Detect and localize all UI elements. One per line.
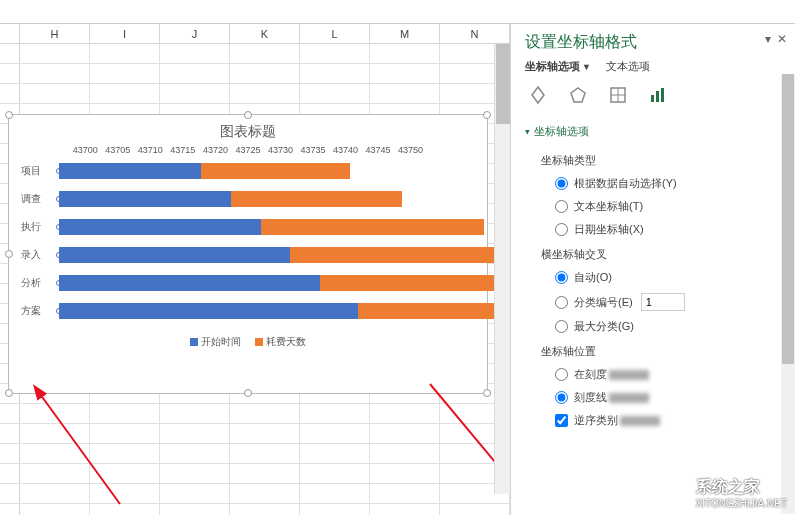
radio-cross-max[interactable]: 最大分类(G)	[541, 315, 781, 338]
watermark-url: XITONGZHIJIA.NET	[696, 498, 788, 509]
radio-label: 在刻度	[574, 367, 607, 382]
resize-handle[interactable]	[244, 111, 252, 119]
bar-series1[interactable]	[59, 191, 231, 207]
radio-input[interactable]	[555, 296, 568, 309]
radio-label: 文本坐标轴(T)	[574, 199, 643, 214]
legend-label: 耗费天数	[266, 336, 306, 347]
resize-handle[interactable]	[244, 389, 252, 397]
col-header[interactable]: H	[20, 24, 90, 43]
dropdown-icon[interactable]: ▾	[765, 32, 771, 46]
bar-series2[interactable]	[358, 303, 510, 319]
blurred-text	[609, 370, 649, 380]
scroll-thumb[interactable]	[496, 44, 510, 124]
radio-label: 刻度线	[574, 390, 607, 405]
panel-icon-row	[511, 82, 795, 118]
radio-input[interactable]	[555, 223, 568, 236]
vertical-scrollbar[interactable]	[494, 44, 510, 494]
chart[interactable]: 图表标题 43700437054371043715437204372543730…	[8, 114, 488, 394]
svg-marker-2	[571, 88, 585, 102]
bar-series1[interactable]	[59, 303, 358, 319]
radio-text-axis[interactable]: 文本坐标轴(T)	[541, 195, 781, 218]
category-number-input[interactable]	[641, 293, 685, 311]
label-position: 坐标轴位置	[541, 338, 781, 363]
col-header[interactable]: I	[90, 24, 160, 43]
category-label[interactable]: 分析	[19, 276, 59, 290]
category-label[interactable]: 录入	[19, 248, 59, 262]
axis-icon[interactable]	[645, 82, 671, 108]
legend[interactable]: 开始时间 耗费天数	[9, 327, 487, 357]
legend-item[interactable]: 开始时间	[190, 335, 241, 349]
select-all-corner[interactable]	[0, 24, 20, 43]
formula-bar[interactable]	[0, 0, 795, 24]
col-header[interactable]: M	[370, 24, 440, 43]
spreadsheet-area: H I J K L M N 图表标题 437004370543710437154…	[0, 24, 510, 515]
radio-label: 分类编号(E)	[574, 295, 633, 310]
watermark-brand: 系统之家	[696, 477, 788, 498]
chart-title[interactable]: 图表标题	[9, 115, 487, 145]
legend-label: 开始时间	[201, 336, 241, 347]
section-axis-options[interactable]: 坐标轴选项	[525, 118, 781, 145]
panel-body: 坐标轴选项 坐标轴类型 根据数据自动选择(Y) 文本坐标轴(T) 日期坐标轴(X…	[511, 118, 795, 478]
category-label[interactable]: 方案	[19, 304, 59, 318]
col-header[interactable]: L	[300, 24, 370, 43]
check-label: 逆序类别	[574, 413, 618, 428]
fill-icon[interactable]	[525, 82, 551, 108]
effects-icon[interactable]	[565, 82, 591, 108]
panel-tabs: 坐标轴选项▼ 文本选项	[511, 59, 795, 82]
category-label[interactable]: 项目	[19, 164, 59, 178]
panel-controls: ▾ ✕	[765, 32, 787, 46]
bar-series2[interactable]	[261, 219, 485, 235]
label-cross: 横坐标轴交叉	[541, 241, 781, 266]
radio-input[interactable]	[555, 320, 568, 333]
radio-auto-select[interactable]: 根据数据自动选择(Y)	[541, 172, 781, 195]
bar-series1[interactable]	[59, 163, 201, 179]
bar-series2[interactable]	[231, 191, 403, 207]
radio-input[interactable]	[555, 271, 568, 284]
checkbox-input[interactable]	[555, 414, 568, 427]
scroll-thumb[interactable]	[782, 74, 794, 364]
radio-input[interactable]	[555, 391, 568, 404]
col-header[interactable]: N	[440, 24, 510, 43]
resize-handle[interactable]	[5, 111, 13, 119]
bar-series2[interactable]	[320, 275, 510, 291]
radio-between-tick[interactable]: 刻度线	[541, 386, 781, 409]
radio-input[interactable]	[555, 368, 568, 381]
column-headers: H I J K L M N	[0, 24, 510, 44]
legend-item[interactable]: 耗费天数	[255, 335, 306, 349]
radio-label: 日期坐标轴(X)	[574, 222, 644, 237]
col-header[interactable]: J	[160, 24, 230, 43]
radio-label: 自动(O)	[574, 270, 612, 285]
label-axis-type: 坐标轴类型	[541, 147, 781, 172]
tab-text-options[interactable]: 文本选项	[606, 59, 650, 74]
check-reverse-order[interactable]: 逆序类别	[541, 409, 781, 432]
x-axis[interactable]: 4370043705437104371543720437254373043735…	[9, 145, 487, 155]
size-icon[interactable]	[605, 82, 631, 108]
category-label[interactable]: 调查	[19, 192, 59, 206]
radio-cross-category[interactable]: 分类编号(E)	[541, 289, 781, 315]
watermark: 系统之家 XITONGZHIJIA.NET	[696, 477, 788, 509]
resize-handle[interactable]	[5, 250, 13, 258]
close-icon[interactable]: ✕	[777, 32, 787, 46]
radio-on-tick[interactable]: 在刻度	[541, 363, 781, 386]
blurred-text	[609, 393, 649, 403]
svg-rect-8	[661, 88, 664, 102]
format-axis-panel: ▾ ✕ 设置坐标轴格式 坐标轴选项▼ 文本选项 坐标轴选项 坐标轴类型 根据数据…	[510, 24, 795, 515]
resize-handle[interactable]	[483, 111, 491, 119]
resize-handle[interactable]	[5, 389, 13, 397]
bar-series2[interactable]	[201, 163, 350, 179]
plot-area[interactable]: 项目调查执行录入分析方案	[9, 155, 487, 323]
resize-handle[interactable]	[483, 389, 491, 397]
col-header[interactable]: K	[230, 24, 300, 43]
radio-input[interactable]	[555, 200, 568, 213]
panel-scrollbar[interactable]	[781, 74, 795, 514]
bar-series2[interactable]	[290, 247, 510, 263]
bar-series1[interactable]	[59, 247, 290, 263]
radio-input[interactable]	[555, 177, 568, 190]
tab-axis-options[interactable]: 坐标轴选项▼	[525, 59, 591, 74]
bar-series1[interactable]	[59, 275, 320, 291]
radio-date-axis[interactable]: 日期坐标轴(X)	[541, 218, 781, 241]
category-label[interactable]: 执行	[19, 220, 59, 234]
bar-series1[interactable]	[59, 219, 261, 235]
radio-cross-auto[interactable]: 自动(O)	[541, 266, 781, 289]
svg-rect-6	[651, 95, 654, 102]
